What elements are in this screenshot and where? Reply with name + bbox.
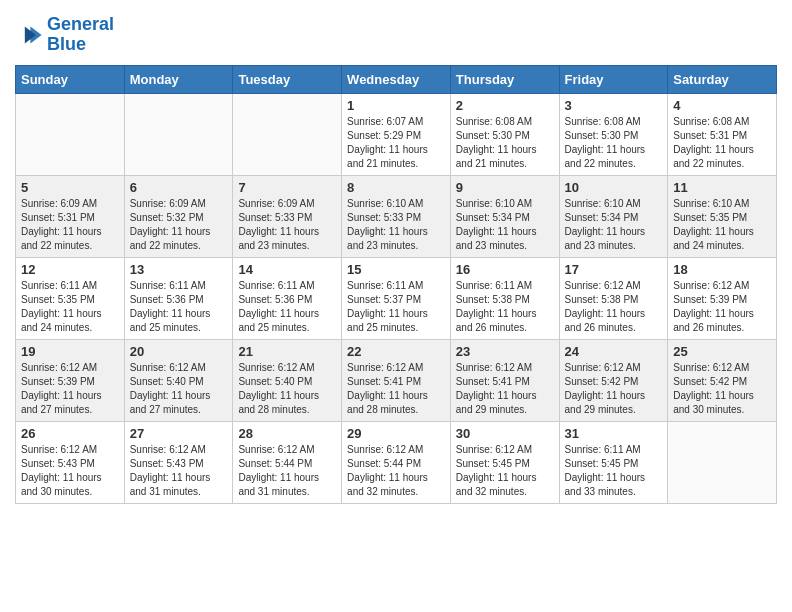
day-number: 22 <box>347 344 445 359</box>
day-number: 24 <box>565 344 663 359</box>
day-number: 14 <box>238 262 336 277</box>
day-number: 17 <box>565 262 663 277</box>
day-info: Sunrise: 6:10 AM Sunset: 5:34 PM Dayligh… <box>456 197 554 253</box>
calendar-cell: 9Sunrise: 6:10 AM Sunset: 5:34 PM Daylig… <box>450 175 559 257</box>
day-number: 11 <box>673 180 771 195</box>
calendar-cell: 7Sunrise: 6:09 AM Sunset: 5:33 PM Daylig… <box>233 175 342 257</box>
day-number: 23 <box>456 344 554 359</box>
logo-text: General Blue <box>47 15 114 55</box>
day-number: 5 <box>21 180 119 195</box>
calendar-cell: 27Sunrise: 6:12 AM Sunset: 5:43 PM Dayli… <box>124 421 233 503</box>
day-number: 7 <box>238 180 336 195</box>
day-info: Sunrise: 6:12 AM Sunset: 5:45 PM Dayligh… <box>456 443 554 499</box>
calendar-cell: 11Sunrise: 6:10 AM Sunset: 5:35 PM Dayli… <box>668 175 777 257</box>
day-info: Sunrise: 6:09 AM Sunset: 5:32 PM Dayligh… <box>130 197 228 253</box>
day-info: Sunrise: 6:09 AM Sunset: 5:33 PM Dayligh… <box>238 197 336 253</box>
day-info: Sunrise: 6:11 AM Sunset: 5:37 PM Dayligh… <box>347 279 445 335</box>
day-number: 13 <box>130 262 228 277</box>
day-number: 18 <box>673 262 771 277</box>
day-info: Sunrise: 6:12 AM Sunset: 5:43 PM Dayligh… <box>130 443 228 499</box>
calendar-week-row: 12Sunrise: 6:11 AM Sunset: 5:35 PM Dayli… <box>16 257 777 339</box>
day-info: Sunrise: 6:12 AM Sunset: 5:40 PM Dayligh… <box>238 361 336 417</box>
day-number: 28 <box>238 426 336 441</box>
day-info: Sunrise: 6:12 AM Sunset: 5:41 PM Dayligh… <box>456 361 554 417</box>
day-info: Sunrise: 6:12 AM Sunset: 5:44 PM Dayligh… <box>347 443 445 499</box>
calendar-cell: 5Sunrise: 6:09 AM Sunset: 5:31 PM Daylig… <box>16 175 125 257</box>
calendar-cell: 16Sunrise: 6:11 AM Sunset: 5:38 PM Dayli… <box>450 257 559 339</box>
calendar-table: SundayMondayTuesdayWednesdayThursdayFrid… <box>15 65 777 504</box>
calendar-week-row: 19Sunrise: 6:12 AM Sunset: 5:39 PM Dayli… <box>16 339 777 421</box>
weekday-header-friday: Friday <box>559 65 668 93</box>
calendar-cell: 26Sunrise: 6:12 AM Sunset: 5:43 PM Dayli… <box>16 421 125 503</box>
day-number: 25 <box>673 344 771 359</box>
calendar-cell: 28Sunrise: 6:12 AM Sunset: 5:44 PM Dayli… <box>233 421 342 503</box>
day-number: 10 <box>565 180 663 195</box>
calendar-cell <box>16 93 125 175</box>
calendar-cell: 4Sunrise: 6:08 AM Sunset: 5:31 PM Daylig… <box>668 93 777 175</box>
day-number: 20 <box>130 344 228 359</box>
weekday-header-tuesday: Tuesday <box>233 65 342 93</box>
day-info: Sunrise: 6:10 AM Sunset: 5:34 PM Dayligh… <box>565 197 663 253</box>
day-number: 21 <box>238 344 336 359</box>
day-number: 26 <box>21 426 119 441</box>
calendar-cell: 18Sunrise: 6:12 AM Sunset: 5:39 PM Dayli… <box>668 257 777 339</box>
calendar-header-row: SundayMondayTuesdayWednesdayThursdayFrid… <box>16 65 777 93</box>
weekday-header-monday: Monday <box>124 65 233 93</box>
day-info: Sunrise: 6:11 AM Sunset: 5:45 PM Dayligh… <box>565 443 663 499</box>
day-info: Sunrise: 6:07 AM Sunset: 5:29 PM Dayligh… <box>347 115 445 171</box>
day-number: 30 <box>456 426 554 441</box>
calendar-cell: 24Sunrise: 6:12 AM Sunset: 5:42 PM Dayli… <box>559 339 668 421</box>
weekday-header-wednesday: Wednesday <box>342 65 451 93</box>
day-info: Sunrise: 6:10 AM Sunset: 5:35 PM Dayligh… <box>673 197 771 253</box>
calendar-cell: 21Sunrise: 6:12 AM Sunset: 5:40 PM Dayli… <box>233 339 342 421</box>
calendar-cell <box>668 421 777 503</box>
calendar-cell: 13Sunrise: 6:11 AM Sunset: 5:36 PM Dayli… <box>124 257 233 339</box>
weekday-header-sunday: Sunday <box>16 65 125 93</box>
calendar-cell: 31Sunrise: 6:11 AM Sunset: 5:45 PM Dayli… <box>559 421 668 503</box>
weekday-header-saturday: Saturday <box>668 65 777 93</box>
day-info: Sunrise: 6:12 AM Sunset: 5:43 PM Dayligh… <box>21 443 119 499</box>
page-header: General Blue <box>15 15 777 55</box>
day-info: Sunrise: 6:11 AM Sunset: 5:36 PM Dayligh… <box>238 279 336 335</box>
day-number: 16 <box>456 262 554 277</box>
calendar-cell: 2Sunrise: 6:08 AM Sunset: 5:30 PM Daylig… <box>450 93 559 175</box>
day-info: Sunrise: 6:11 AM Sunset: 5:35 PM Dayligh… <box>21 279 119 335</box>
day-info: Sunrise: 6:12 AM Sunset: 5:40 PM Dayligh… <box>130 361 228 417</box>
calendar-cell <box>124 93 233 175</box>
calendar-week-row: 1Sunrise: 6:07 AM Sunset: 5:29 PM Daylig… <box>16 93 777 175</box>
day-info: Sunrise: 6:12 AM Sunset: 5:38 PM Dayligh… <box>565 279 663 335</box>
day-number: 1 <box>347 98 445 113</box>
calendar-cell: 22Sunrise: 6:12 AM Sunset: 5:41 PM Dayli… <box>342 339 451 421</box>
calendar-cell: 12Sunrise: 6:11 AM Sunset: 5:35 PM Dayli… <box>16 257 125 339</box>
calendar-cell: 29Sunrise: 6:12 AM Sunset: 5:44 PM Dayli… <box>342 421 451 503</box>
day-info: Sunrise: 6:12 AM Sunset: 5:42 PM Dayligh… <box>673 361 771 417</box>
calendar-cell: 30Sunrise: 6:12 AM Sunset: 5:45 PM Dayli… <box>450 421 559 503</box>
day-info: Sunrise: 6:12 AM Sunset: 5:39 PM Dayligh… <box>673 279 771 335</box>
calendar-week-row: 26Sunrise: 6:12 AM Sunset: 5:43 PM Dayli… <box>16 421 777 503</box>
day-info: Sunrise: 6:11 AM Sunset: 5:36 PM Dayligh… <box>130 279 228 335</box>
logo-icon <box>15 21 43 49</box>
day-number: 9 <box>456 180 554 195</box>
calendar-body: 1Sunrise: 6:07 AM Sunset: 5:29 PM Daylig… <box>16 93 777 503</box>
day-number: 31 <box>565 426 663 441</box>
day-info: Sunrise: 6:08 AM Sunset: 5:30 PM Dayligh… <box>565 115 663 171</box>
day-info: Sunrise: 6:08 AM Sunset: 5:31 PM Dayligh… <box>673 115 771 171</box>
day-number: 19 <box>21 344 119 359</box>
day-number: 8 <box>347 180 445 195</box>
day-number: 2 <box>456 98 554 113</box>
calendar-cell <box>233 93 342 175</box>
calendar-cell: 3Sunrise: 6:08 AM Sunset: 5:30 PM Daylig… <box>559 93 668 175</box>
logo: General Blue <box>15 15 114 55</box>
day-info: Sunrise: 6:11 AM Sunset: 5:38 PM Dayligh… <box>456 279 554 335</box>
day-info: Sunrise: 6:10 AM Sunset: 5:33 PM Dayligh… <box>347 197 445 253</box>
day-number: 29 <box>347 426 445 441</box>
day-info: Sunrise: 6:09 AM Sunset: 5:31 PM Dayligh… <box>21 197 119 253</box>
day-number: 27 <box>130 426 228 441</box>
day-number: 3 <box>565 98 663 113</box>
calendar-cell: 15Sunrise: 6:11 AM Sunset: 5:37 PM Dayli… <box>342 257 451 339</box>
calendar-cell: 8Sunrise: 6:10 AM Sunset: 5:33 PM Daylig… <box>342 175 451 257</box>
day-info: Sunrise: 6:12 AM Sunset: 5:42 PM Dayligh… <box>565 361 663 417</box>
day-number: 15 <box>347 262 445 277</box>
day-info: Sunrise: 6:08 AM Sunset: 5:30 PM Dayligh… <box>456 115 554 171</box>
day-number: 12 <box>21 262 119 277</box>
